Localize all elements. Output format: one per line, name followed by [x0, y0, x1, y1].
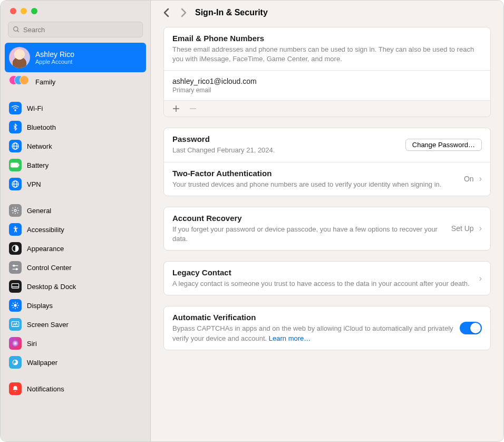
chevron-right-icon: › — [479, 274, 482, 283]
svg-rect-19 — [12, 284, 18, 289]
sidebar-item-label: Accessibility — [27, 226, 64, 234]
change-password-button[interactable]: Change Password… — [405, 139, 482, 151]
sidebar-item-apple-account[interactable]: Ashley Rico Apple Account — [5, 43, 146, 72]
add-contact-method-button[interactable] — [171, 104, 181, 113]
sidebar-item-appearance[interactable]: Appearance — [5, 239, 146, 258]
auto-verification-card: Automatic Verification Bypass CAPTCHAs i… — [163, 306, 491, 350]
sidebar-item-vpn[interactable]: VPN — [5, 175, 146, 194]
remove-contact-method-button — [188, 104, 198, 113]
wallpaper-icon — [9, 356, 22, 369]
gear-icon — [9, 204, 22, 217]
svg-line-1 — [17, 31, 19, 32]
main-content: Sign-In & Security Email & Phone Numbers… — [151, 1, 503, 441]
email-phone-footer — [164, 100, 490, 117]
family-avatars-icon — [9, 75, 30, 88]
email-phone-desc: These email addresses and phone numbers … — [172, 45, 482, 64]
email-type: Primary email — [172, 87, 482, 94]
svg-point-16 — [13, 265, 15, 266]
sidebar-item-notifications[interactable]: Notifications — [5, 379, 146, 398]
sidebar-item-label: Appearance — [27, 245, 64, 253]
svg-rect-7 — [12, 164, 17, 167]
svg-point-13 — [15, 226, 16, 228]
email-value: ashley_rico1@icloud.com — [172, 77, 482, 85]
close-window-button[interactable] — [10, 8, 16, 14]
password-row: Password Last Changed February 21, 2024.… — [164, 128, 490, 161]
displays-icon — [9, 299, 22, 312]
chevron-right-icon: › — [479, 174, 482, 184]
svg-point-23 — [12, 340, 18, 347]
desktop-dock-icon — [9, 280, 22, 293]
window-controls — [1, 1, 150, 22]
sidebar-item-label: Notifications — [27, 385, 64, 393]
sidebar-item-battery[interactable]: Battery — [5, 156, 146, 175]
sidebar-item-label: Battery — [27, 161, 49, 169]
sidebar-item-label: Network — [27, 142, 52, 150]
legacy-title: Legacy Contact — [172, 268, 473, 277]
nav-back-button[interactable] — [163, 8, 170, 17]
sidebar-item-network[interactable]: Network — [5, 137, 146, 156]
email-phone-title: Email & Phone Numbers — [172, 34, 482, 43]
recovery-desc: If you forget your password or device pa… — [172, 225, 445, 244]
globe-icon — [9, 140, 22, 152]
sidebar-item-control-center[interactable]: Control Center — [5, 258, 146, 277]
sidebar-item-label: Family — [35, 78, 55, 86]
sidebar-item-bluetooth[interactable]: Bluetooth — [5, 118, 146, 137]
sidebar-item-label: Desktop & Dock — [27, 283, 76, 291]
account-type: Apple Account — [35, 59, 74, 65]
email-entry[interactable]: ashley_rico1@icloud.com Primary email — [164, 70, 490, 100]
sidebar-item-label: General — [27, 207, 51, 215]
auto-verification-row: Automatic Verification Bypass CAPTCHAs i… — [164, 306, 490, 349]
sidebar: Ashley Rico Apple Account Family Wi-FiBl… — [1, 1, 151, 441]
two-factor-desc: Your trusted devices and phone numbers a… — [172, 180, 458, 189]
sidebar-item-accessibility[interactable]: Accessibility — [5, 220, 146, 239]
search-field[interactable] — [8, 22, 143, 37]
minimize-window-button[interactable] — [21, 8, 27, 14]
svg-point-18 — [16, 268, 17, 270]
svg-point-0 — [14, 27, 18, 31]
wifi-icon — [9, 102, 22, 114]
legacy-contact-row[interactable]: Legacy Contact A legacy contact is someo… — [164, 262, 490, 295]
sidebar-item-label: Wallpaper — [27, 359, 57, 367]
sidebar-item-label: Displays — [27, 302, 53, 310]
svg-point-12 — [14, 209, 16, 212]
maximize-window-button[interactable] — [31, 8, 37, 14]
sidebar-item-displays[interactable]: Displays — [5, 296, 146, 315]
sidebar-item-label: Wi-Fi — [27, 104, 43, 112]
sidebar-item-general[interactable]: General — [5, 201, 146, 220]
auto-verify-desc: Bypass CAPTCHAs in apps and on the web b… — [172, 324, 453, 343]
sidebar-item-desktop-dock[interactable]: Desktop & Dock — [5, 277, 146, 296]
legacy-contact-card: Legacy Contact A legacy contact is someo… — [163, 261, 491, 295]
chevron-right-icon: › — [479, 224, 482, 233]
sidebar-item-family[interactable]: Family — [5, 72, 146, 91]
legacy-desc: A legacy contact is someone you trust to… — [172, 279, 473, 289]
sidebar-item-wi-fi[interactable]: Wi-Fi — [5, 99, 146, 118]
two-factor-status: On — [464, 175, 474, 183]
main-header: Sign-In & Security — [151, 1, 503, 27]
account-recovery-card: Account Recovery If you forget your pass… — [163, 207, 491, 251]
bluetooth-icon — [9, 121, 22, 133]
sidebar-item-screen-saver[interactable]: Screen Saver — [5, 315, 146, 334]
sidebar-item-wallpaper[interactable]: Wallpaper — [5, 353, 146, 372]
vpn-icon — [9, 178, 22, 190]
account-name: Ashley Rico — [35, 50, 74, 59]
auto-verify-toggle[interactable] — [460, 322, 482, 334]
sidebar-item-siri[interactable]: Siri — [5, 334, 146, 353]
siri-icon — [9, 337, 22, 350]
nav-forward-button[interactable] — [180, 8, 187, 17]
password-twofactor-card: Password Last Changed February 21, 2024.… — [163, 128, 491, 196]
learn-more-link[interactable]: Learn more… — [269, 334, 311, 342]
svg-rect-22 — [12, 322, 18, 326]
account-recovery-row[interactable]: Account Recovery If you forget your pass… — [164, 207, 490, 250]
appearance-icon — [9, 242, 22, 255]
two-factor-title: Two-Factor Authentication — [172, 169, 458, 178]
battery-icon — [9, 159, 22, 171]
screen-saver-icon — [9, 318, 22, 331]
recovery-title: Account Recovery — [172, 214, 445, 223]
sidebar-item-label: Control Center — [27, 264, 72, 272]
sidebar-item-label: Bluetooth — [27, 123, 56, 131]
svg-point-21 — [14, 304, 16, 306]
user-avatar — [9, 47, 30, 68]
search-input[interactable] — [23, 26, 138, 34]
two-factor-row[interactable]: Two-Factor Authentication Your trusted d… — [164, 162, 490, 196]
svg-point-2 — [15, 110, 16, 111]
